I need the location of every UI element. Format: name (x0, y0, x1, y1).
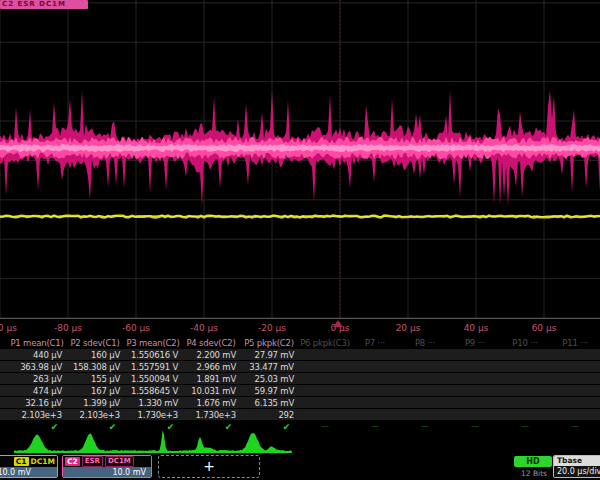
channel-c1-descriptor[interactable]: C1 DC1M 10.0 mV (0, 455, 58, 478)
time-axis-label: -20 µs (258, 323, 286, 333)
measurement-row: 2.103e+32.103e+31.730e+31.730e+3292 (0, 409, 600, 421)
measurement-value: 1.330 mV (124, 397, 182, 409)
time-axis-label: 20 µs (396, 323, 421, 333)
param-column-header-inactive[interactable]: P8 ··· (400, 338, 450, 349)
channel-c2-descriptor[interactable]: C2 ESR DC1M 10.0 mV (62, 455, 152, 478)
measurement-row: 440 µV160 µV1.550616 V2.200 mV27.97 mV (0, 349, 600, 361)
timebase-title: Tbase (554, 456, 600, 466)
c2-scale: 10.0 mV (63, 467, 151, 478)
timebase-value: 20.0 µs/div (554, 466, 600, 478)
c2-label: C2 (65, 457, 80, 466)
measurement-value: 6.135 mV (240, 397, 298, 409)
measurement-value: 292 (240, 409, 298, 421)
trace-label-badge: C2 ESR DC1M (0, 0, 88, 9)
measurement-value: 1.558645 V (124, 385, 182, 397)
measurement-row: 474 µV167 µV1.558645 V10.031 mV59.97 mV (0, 385, 600, 397)
measurement-value: 160 µV (66, 349, 124, 361)
measurement-value: 363.98 µV (8, 361, 66, 373)
waveform-grid[interactable]: C2 ESR DC1M (0, 0, 600, 318)
trigger-marker[interactable] (333, 320, 343, 327)
measurement-table: P1 mean(C1)P2 sdev(C1)P3 mean(C2)P4 sdev… (0, 338, 600, 434)
measurement-value: 2.200 mV (182, 349, 240, 361)
c1-coupling: DC1M (31, 457, 55, 466)
time-axis-label: 60 µs (532, 323, 557, 333)
param-column-header[interactable]: P2 sdev(C1) (66, 338, 124, 349)
time-axis-label: -60 µs (122, 323, 150, 333)
param-column-header[interactable]: P1 mean(C1) (8, 338, 66, 349)
measurement-row: 32.16 µV1.399 µV1.330 mV1.676 mV6.135 mV (0, 397, 600, 409)
param-column-header-inactive[interactable]: P10 ··· (500, 338, 550, 349)
time-axis-label: -100 µs (0, 323, 17, 333)
c2-coupling-badge: DC1M (105, 456, 134, 467)
measurement-value: 1.730e+3 (124, 409, 182, 421)
hd-mode-badge[interactable]: HD (514, 456, 552, 467)
measurement-row: 263 µV155 µV1.550094 V1.891 mV25.03 mV (0, 373, 600, 385)
measurement-value: 27.97 mV (240, 349, 298, 361)
param-column-header-inactive[interactable]: P11 ··· (550, 338, 600, 349)
oscilloscope-screen: C2 ESR DC1M -100 µs-80 µs-60 µs-40 µs-20… (0, 0, 600, 480)
param-column-header-inactive[interactable]: P7 ··· (350, 338, 400, 349)
measurement-value: 1.730e+3 (182, 409, 240, 421)
status-bar: C1 DC1M 10.0 mV C2 ESR DC1M 10.0 mV + HD… (0, 454, 600, 480)
time-axis-label: -40 µs (190, 323, 218, 333)
measurement-value: 1.550616 V (124, 349, 182, 361)
measurement-value: 33.477 mV (240, 361, 298, 373)
measurement-value: 1.676 mV (182, 397, 240, 409)
resolution-bits-label: 12 Bits (512, 469, 556, 478)
measurement-value: 474 µV (8, 385, 66, 397)
param-column-header[interactable]: P5 pkpk(C2) (240, 338, 298, 349)
measurement-value: 167 µV (66, 385, 124, 397)
measurement-value: 263 µV (8, 373, 66, 385)
c1-scale: 10.0 mV (0, 467, 57, 478)
measurement-value: 158.308 µV (66, 361, 124, 373)
measurement-value: 1.891 mV (182, 373, 240, 385)
measurement-value: 155 µV (66, 373, 124, 385)
c2-esr-badge: ESR (82, 456, 103, 467)
measurement-value: 1.557591 V (124, 361, 182, 373)
timebase-descriptor[interactable]: Tbase 20.0 µs/div (553, 455, 600, 478)
measurement-value: 32.16 µV (8, 397, 66, 409)
time-axis-label: 40 µs (464, 323, 489, 333)
param-column-header[interactable]: P3 mean(C2) (124, 338, 182, 349)
measurement-value: 2.103e+3 (66, 409, 124, 421)
measurement-value: 440 µV (8, 349, 66, 361)
measurement-value: 2.103e+3 (8, 409, 66, 421)
time-axis-line (0, 318, 600, 319)
measurement-row: 363.98 µV158.308 µV1.557591 V2.966 mV33.… (0, 361, 600, 373)
time-axis-label: -80 µs (54, 323, 82, 333)
measurement-value: 59.97 mV (240, 385, 298, 397)
c1-label: C1 (14, 457, 29, 466)
measurement-value: 25.03 mV (240, 373, 298, 385)
param-column-header[interactable]: P4 sdev(C2) (182, 338, 240, 349)
measurement-value: 1.399 µV (66, 397, 124, 409)
add-trace-button[interactable]: + (158, 455, 260, 478)
measurement-value: 2.966 mV (182, 361, 240, 373)
parameter-histicons (0, 429, 600, 454)
param-column-header-inactive[interactable]: P9 ··· (450, 338, 500, 349)
param-column-header-inactive[interactable]: P6 pkpk(C3) (300, 338, 350, 349)
time-axis: -100 µs-80 µs-60 µs-40 µs-20 µs0 µs20 µs… (0, 318, 600, 338)
waveform-display[interactable] (0, 0, 600, 318)
measurement-value: 1.550094 V (124, 373, 182, 385)
measurement-value: 10.031 mV (182, 385, 240, 397)
